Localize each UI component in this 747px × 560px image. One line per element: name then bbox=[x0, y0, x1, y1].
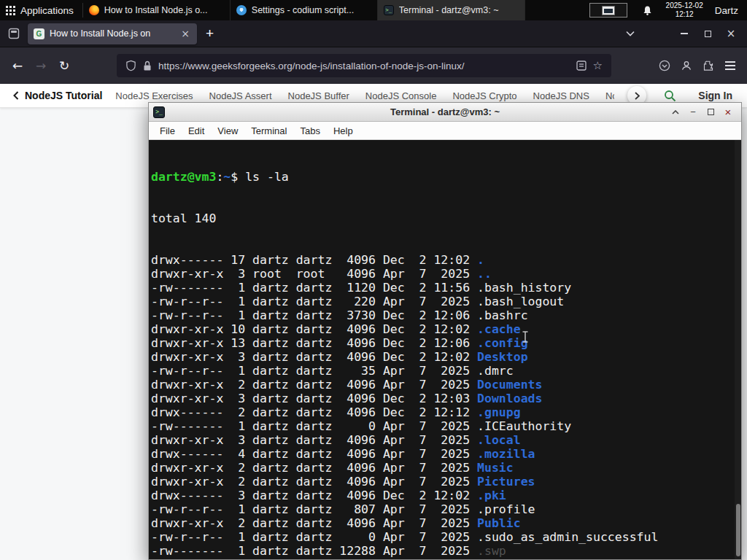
scrollbar-thumb[interactable] bbox=[736, 504, 740, 556]
file-meta: -rw------- 1 dartz dartz 12288 Apr 7 202… bbox=[151, 544, 477, 558]
terminal-output-line: -rw-r--r-- 1 dartz dartz 0 Apr 7 2025 .s… bbox=[151, 530, 741, 544]
menu-edit[interactable]: Edit bbox=[182, 125, 211, 136]
session-user: Dartz bbox=[709, 5, 747, 16]
tab-favicon: G bbox=[34, 28, 44, 39]
lock-icon[interactable] bbox=[143, 61, 152, 71]
top-panel: Applications How to Install Node.js o...… bbox=[0, 0, 747, 20]
terminal-output[interactable]: dartz@vm3:~$ ls -la total 140 drwx------… bbox=[149, 140, 741, 559]
terminal-output-line: drwxr-xr-x 3 root root 4096 Apr 7 2025 .… bbox=[151, 267, 741, 281]
file-meta: drwxr-xr-x 3 dartz dartz 4096 Apr 7 2025 bbox=[151, 433, 477, 447]
terminal-scrollbar[interactable] bbox=[735, 140, 741, 559]
mouse-text-cursor bbox=[464, 317, 471, 329]
back-button[interactable]: ← bbox=[6, 54, 29, 77]
terminal-title-bar[interactable]: >_ Terminal - dartz@vm3: ~ − × bbox=[149, 103, 741, 122]
menu-tabs[interactable]: Tabs bbox=[293, 125, 326, 136]
file-name: Pictures bbox=[477, 475, 535, 489]
terminal-output-line: drwxr-xr-x 2 dartz dartz 4096 Apr 7 2025… bbox=[151, 461, 741, 475]
window-close-button[interactable]: × bbox=[719, 24, 743, 43]
terminal-rollup-button[interactable] bbox=[667, 105, 684, 120]
terminal-output-line: drwxr-xr-x 10 dartz dartz 4096 Dec 2 12:… bbox=[151, 322, 741, 336]
file-meta: -rw-r--r-- 1 dartz dartz 3730 Dec 2 12:0… bbox=[151, 308, 477, 322]
site-nav-back[interactable]: NodeJS Tutorial bbox=[13, 90, 102, 101]
applications-grid-icon bbox=[6, 6, 15, 15]
notification-bell-icon[interactable] bbox=[635, 0, 660, 20]
taskbar-window-terminal[interactable]: >_ Terminal - dartz@vm3: ~ bbox=[378, 0, 525, 20]
tracking-shield-icon[interactable] bbox=[125, 60, 136, 71]
taskbar-window-firefox[interactable]: How to Install Node.js o... bbox=[83, 0, 231, 20]
file-meta: drwxr-xr-x 10 dartz dartz 4096 Dec 2 12:… bbox=[151, 322, 477, 336]
terminal-minimize-button[interactable]: − bbox=[684, 105, 702, 120]
file-name: Downloads bbox=[477, 392, 542, 405]
taskbar-window-title: Settings - codium script... bbox=[252, 5, 371, 15]
new-tab-button[interactable]: + bbox=[197, 26, 222, 42]
address-bar[interactable]: https://www.geeksforgeeks.org/node-js/in… bbox=[117, 54, 611, 77]
prompt-dollar: $ bbox=[231, 170, 238, 184]
site-nav-link[interactable]: Node bbox=[605, 90, 614, 101]
reload-button[interactable]: ↻ bbox=[53, 54, 76, 77]
file-meta: -rw------- 1 dartz dartz 1120 Dec 2 11:5… bbox=[151, 281, 477, 295]
file-name: Music bbox=[477, 461, 514, 475]
workspace-pager[interactable] bbox=[589, 3, 627, 18]
file-name: Public bbox=[477, 516, 521, 530]
bookmark-star-icon[interactable]: ☆ bbox=[593, 59, 603, 72]
file-meta: drwxr-xr-x 2 dartz dartz 4096 Apr 7 2025 bbox=[151, 461, 477, 475]
list-all-tabs-icon[interactable] bbox=[619, 24, 642, 43]
site-nav-link[interactable]: NodeJS Crypto bbox=[452, 90, 516, 101]
file-meta: drwxr-xr-x 3 dartz dartz 4096 Dec 2 12:0… bbox=[151, 350, 477, 364]
browser-tab[interactable]: G How to Install Node.js on × bbox=[28, 23, 197, 44]
file-name: .mozilla bbox=[477, 447, 535, 461]
site-search-icon[interactable] bbox=[659, 90, 681, 102]
menu-help[interactable]: Help bbox=[327, 125, 360, 136]
sign-in-button[interactable]: Sign In bbox=[694, 90, 737, 101]
file-name: .bash_history bbox=[477, 281, 571, 295]
terminal-icon: >_ bbox=[384, 5, 394, 15]
tab-close-icon[interactable]: × bbox=[179, 28, 191, 39]
applications-menu-button[interactable]: Applications bbox=[0, 0, 82, 20]
menu-file[interactable]: File bbox=[153, 125, 182, 136]
terminal-output-line: drwx------ 2 dartz dartz 4096 Dec 2 12:1… bbox=[151, 405, 741, 419]
file-name: .bash_logout bbox=[477, 295, 564, 308]
terminal-maximize-button[interactable] bbox=[702, 105, 719, 120]
file-meta: drwxr-xr-x 2 dartz dartz 4096 Apr 7 2025 bbox=[151, 516, 477, 530]
window-maximize-button[interactable] bbox=[696, 24, 719, 43]
file-meta: drwxr-xr-x 2 dartz dartz 4096 Apr 7 2025 bbox=[151, 378, 477, 392]
file-meta: -rw------- 1 dartz dartz 0 Apr 7 2025 bbox=[151, 419, 477, 433]
menu-hamburger-icon[interactable] bbox=[719, 55, 741, 77]
account-icon[interactable] bbox=[676, 55, 697, 77]
file-meta: drwx------ 2 dartz dartz 4096 Dec 2 12:1… bbox=[151, 405, 477, 419]
site-nav-link[interactable]: NodeJS DNS bbox=[533, 90, 589, 101]
site-nav-link[interactable]: NodeJS Console bbox=[365, 90, 437, 101]
firefox-view-icon[interactable] bbox=[4, 24, 23, 43]
extensions-icon[interactable] bbox=[697, 55, 719, 77]
url-input[interactable]: https://www.geeksforgeeks.org/node-js/in… bbox=[158, 61, 570, 71]
terminal-output-line: drwxr-xr-x 2 dartz dartz 4096 Apr 7 2025… bbox=[151, 378, 741, 392]
file-name: .sudo_as_admin_successful bbox=[477, 530, 658, 544]
menu-terminal[interactable]: Terminal bbox=[244, 125, 293, 136]
browser-toolbar: ← → ↻ https://www.geeksforgeeks.org/node… bbox=[0, 47, 747, 84]
clock[interactable]: 2025-12-02 12:12 bbox=[660, 1, 709, 20]
terminal-output-line: -rw------- 1 dartz dartz 1120 Dec 2 11:5… bbox=[151, 281, 741, 295]
settings-icon bbox=[236, 5, 247, 15]
site-nav-link[interactable]: NodeJS Buffer bbox=[288, 90, 349, 101]
window-minimize-button[interactable] bbox=[673, 24, 696, 43]
file-meta: drwxr-xr-x 13 dartz dartz 4096 Dec 2 12:… bbox=[151, 336, 477, 350]
file-meta: drwxr-xr-x 2 dartz dartz 4096 Apr 7 2025 bbox=[151, 558, 477, 559]
site-nav-link[interactable]: NodeJS Assert bbox=[209, 90, 272, 101]
forward-button[interactable]: → bbox=[29, 54, 53, 77]
file-name: .. bbox=[477, 267, 492, 281]
chevron-right-icon bbox=[635, 92, 640, 100]
file-name: .ICEauthority bbox=[477, 419, 571, 433]
terminal-output-line: drwxr-xr-x 3 dartz dartz 4096 Dec 2 12:0… bbox=[151, 350, 741, 364]
desktop: Applications How to Install Node.js o...… bbox=[0, 0, 747, 560]
site-nav-link[interactable]: NodeJS Exercises bbox=[115, 90, 193, 101]
tab-title: How to Install Node.js on bbox=[50, 28, 174, 39]
reader-view-icon[interactable] bbox=[576, 61, 587, 71]
taskbar-window-settings[interactable]: Settings - codium script... bbox=[231, 0, 378, 20]
applications-label: Applications bbox=[20, 5, 74, 16]
file-name: . bbox=[477, 253, 484, 267]
terminal-close-button[interactable]: × bbox=[719, 105, 737, 120]
pocket-icon[interactable] bbox=[654, 55, 676, 77]
menu-view[interactable]: View bbox=[211, 125, 244, 136]
taskbar-window-title: Terminal - dartz@vm3: ~ bbox=[399, 5, 519, 15]
terminal-output-line: -rw-r--r-- 1 dartz dartz 35 Apr 7 2025 .… bbox=[151, 364, 741, 378]
